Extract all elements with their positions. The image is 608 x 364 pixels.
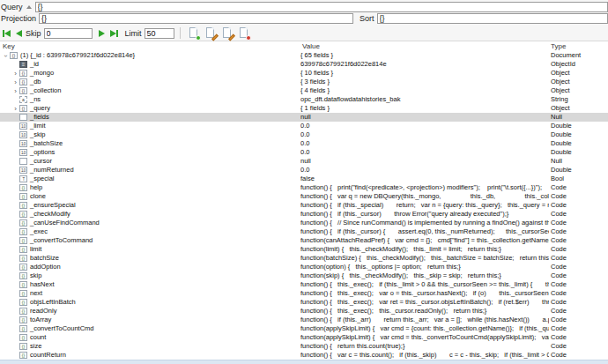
code-type-icon: {}: [19, 352, 27, 359]
code-type-icon: {}: [19, 219, 27, 227]
previous-page-button[interactable]: [16, 30, 22, 37]
column-header-value[interactable]: Value: [302, 42, 320, 50]
row-type: Object: [549, 69, 608, 78]
table-row[interactable]: {} count function(applySkipLimit) { var …: [0, 333, 608, 342]
objectid-type-icon: ≡: [19, 61, 27, 68]
table-row[interactable]: {} limit function(limit) { this._checkMo…: [0, 245, 608, 254]
row-value: function(option) { this._options |= opti…: [300, 263, 549, 271]
table-row[interactable]: {} size function() { return this.count(t…: [0, 342, 608, 351]
first-page-button[interactable]: [3, 30, 11, 37]
row-value: { 3 fields }: [300, 78, 549, 86]
table-row[interactable]: _fields null Null: [0, 113, 608, 122]
toolbar-separator: [180, 27, 181, 39]
next-page-button[interactable]: [99, 30, 105, 37]
limit-input[interactable]: [145, 28, 174, 39]
skip-label: Skip: [25, 29, 44, 38]
row-value: function() { if (this._arr) return this.…: [300, 316, 549, 324]
row-key-label: _cursor: [30, 157, 52, 166]
projection-label: Projection: [0, 14, 39, 23]
add-document-button[interactable]: [189, 27, 200, 40]
table-row[interactable]: › {} _mongo { 10 fields } Object: [0, 69, 608, 78]
object-type-icon: {}: [19, 105, 27, 112]
table-row[interactable]: › {} _query { 1 fields } Object: [0, 104, 608, 113]
row-value: { 10 fields }: [300, 69, 549, 78]
table-row[interactable]: T _special false Bool: [0, 175, 608, 183]
table-row[interactable]: 1.0 _skip 0.0 Double: [0, 130, 608, 139]
table-row[interactable]: _cursor null Null: [0, 157, 608, 166]
row-type: Code: [549, 280, 608, 289]
table-row[interactable]: {} _ensureSpecial function() { if (this.…: [0, 201, 608, 210]
row-type: Code: [549, 192, 608, 201]
query-expand-icon[interactable]: [26, 5, 32, 9]
duplicate-document-button[interactable]: [222, 27, 234, 40]
table-row[interactable]: › {} _collection { 4 fields } Object: [0, 86, 608, 95]
table-row[interactable]: 1.0 _numReturned 0.0 Double: [0, 166, 608, 175]
table-row[interactable]: {} help function() { print("find(<predic…: [0, 183, 608, 192]
table-row[interactable]: {} countReturn function() { var c = this…: [0, 351, 608, 360]
code-type-icon: {}: [19, 325, 27, 332]
double-type-icon: 1.0: [19, 131, 27, 138]
row-value: opc_dft.dataflowdatahistories_bak: [300, 95, 549, 104]
row-type: Document: [549, 51, 608, 60]
row-value: 0.0: [300, 139, 549, 148]
expander-icon[interactable]: ›: [11, 70, 19, 78]
row-key-label: help: [30, 183, 42, 192]
query-input[interactable]: [35, 2, 608, 12]
row-key-cell: {} toArray: [0, 316, 300, 324]
table-row[interactable]: 1.0 _options 0.0 Double: [0, 148, 608, 157]
row-key-cell: ≡ _id: [0, 60, 300, 69]
expander-icon[interactable]: ›: [2, 52, 10, 60]
row-key-cell: › {} _db: [0, 78, 300, 86]
row-value: null: [300, 157, 549, 166]
row-type: ObjectId: [549, 60, 608, 69]
delete-document-button[interactable]: [239, 27, 250, 40]
table-row[interactable]: 1.0 _limit 0.0 Double: [0, 122, 608, 130]
sort-input[interactable]: [377, 13, 608, 24]
table-row[interactable]: 1.0 _batchSize 0.0 Double: [0, 139, 608, 148]
skip-input[interactable]: [44, 28, 93, 39]
row-key-cell: › {} _mongo: [0, 69, 300, 78]
expander-icon[interactable]: ›: [11, 78, 19, 86]
table-row[interactable]: › {} (1) {_id : 639978c679921f6d022e814e…: [0, 51, 608, 60]
table-row[interactable]: {} addOption function(option) { this._op…: [0, 263, 608, 271]
table-row[interactable]: ≡ _id 639978c679921f6d022e814e ObjectId: [0, 60, 608, 69]
table-row[interactable]: {} _exec function() { if (this._cursor) …: [0, 227, 608, 236]
table-row[interactable]: {} readOnly function() { this._exec(); t…: [0, 307, 608, 316]
row-key-cell: {} _ensureSpecial: [0, 201, 300, 210]
row-value: 0.0: [300, 130, 549, 139]
limit-label: Limit: [124, 29, 145, 38]
edit-document-button[interactable]: [205, 27, 217, 40]
table-row[interactable]: {} _checkModify function() { if (this._c…: [0, 210, 608, 219]
column-header-key[interactable]: Key: [3, 42, 15, 50]
last-page-button[interactable]: [110, 30, 118, 37]
expander-icon[interactable]: ›: [11, 87, 19, 95]
row-value: function() { // Since runCommand() is im…: [300, 219, 549, 227]
code-type-icon: {}: [19, 228, 27, 235]
code-type-icon: {}: [19, 264, 27, 271]
row-key-cell: {} _exec: [0, 227, 300, 236]
table-row[interactable]: {} batchSize function(batchSize) { this.…: [0, 254, 608, 263]
code-type-icon: {}: [19, 272, 27, 279]
table-row[interactable]: a _ns opc_dft.dataflowdatahistories_bak …: [0, 95, 608, 104]
code-type-icon: {}: [19, 246, 27, 253]
table-row[interactable]: {} hasNext function() { this._exec(); if…: [0, 280, 608, 289]
table-row[interactable]: {} clone function() { var q = new DBQuer…: [0, 192, 608, 201]
code-type-icon: {}: [19, 316, 27, 323]
projection-input[interactable]: [39, 13, 353, 24]
table-row[interactable]: {} _canUseFindCommand function() { // Si…: [0, 219, 608, 227]
table-row[interactable]: › {} _db { 3 fields } Object: [0, 78, 608, 86]
table-row[interactable]: {} _convertToCommand function(canAttachR…: [0, 236, 608, 245]
table-row[interactable]: {} skip function(skip) { this._checkModi…: [0, 271, 608, 280]
add-badge-icon: [196, 35, 201, 41]
row-type: Double: [549, 148, 608, 157]
table-row[interactable]: {} _convertToCountCmd function(applySkip…: [0, 324, 608, 333]
table-row[interactable]: {} objsLeftInBatch function() { this._ex…: [0, 298, 608, 307]
code-type-icon: {}: [19, 184, 27, 191]
row-key-cell: {} hasNext: [0, 280, 300, 289]
expander-icon[interactable]: ›: [11, 105, 19, 113]
document-page-icon: [223, 27, 231, 38]
document-page-icon: [206, 27, 214, 38]
table-row[interactable]: {} next function() { this._exec(); var o…: [0, 289, 608, 298]
table-row[interactable]: {} toArray function() { if (this._arr) r…: [0, 316, 608, 324]
column-header-type[interactable]: Type: [551, 42, 566, 50]
